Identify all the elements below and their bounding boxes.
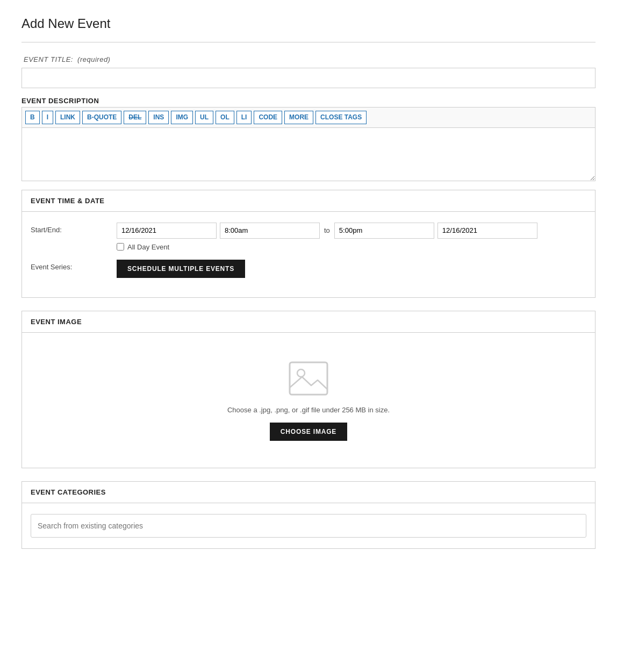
schedule-multiple-events-button[interactable]: SCHEDULE MULTIPLE EVENTS: [117, 260, 245, 278]
event-description-section: EVENT DESCRIPTION B I LINK B-QUOTE DEL I…: [21, 97, 596, 181]
image-hint-text: Choose a .jpg, .png, or .gif file under …: [227, 406, 390, 414]
toolbar-btn-ins[interactable]: INS: [148, 111, 169, 124]
toolbar-btn-del[interactable]: DEL: [124, 111, 146, 124]
event-time-date-body: Start/End: to All Day Event Event Series…: [22, 212, 595, 297]
toolbar-btn-img[interactable]: IMG: [171, 111, 193, 124]
event-title-label: EVENT TITLE: (required): [21, 55, 596, 63]
toolbar-btn-b-quote[interactable]: B-QUOTE: [82, 111, 121, 124]
start-time-input[interactable]: [220, 223, 320, 239]
choose-image-button[interactable]: CHOOSE IMAGE: [270, 423, 347, 441]
event-time-date-header: EVENT TIME & DATE: [22, 190, 595, 212]
all-day-checkbox[interactable]: [117, 243, 124, 251]
event-categories-body: [22, 503, 595, 548]
toolbar-btn-ol[interactable]: OL: [216, 111, 234, 124]
event-series-row: Event Series: SCHEDULE MULTIPLE EVENTS: [31, 260, 586, 278]
toolbar-btn-more[interactable]: MORE: [284, 111, 313, 124]
date-time-row: to: [117, 223, 586, 239]
all-day-row: All Day Event: [117, 243, 586, 251]
image-upload-area: Choose a .jpg, .png, or .gif file under …: [31, 344, 586, 457]
start-end-label: Start/End:: [31, 223, 117, 234]
all-day-label: All Day Event: [127, 243, 169, 251]
toolbar-btn-link[interactable]: LINK: [55, 111, 80, 124]
toolbar-btn-code[interactable]: CODE: [254, 111, 282, 124]
toolbar-btn-li[interactable]: LI: [236, 111, 252, 124]
event-time-date-section: EVENT TIME & DATE Start/End: to All Day …: [21, 190, 596, 298]
page-title: Add New Event: [21, 16, 596, 31]
event-image-title: EVENT IMAGE: [31, 318, 586, 326]
event-title-input[interactable]: [21, 68, 596, 88]
toolbar-btn-b[interactable]: B: [25, 111, 40, 124]
event-title-section: EVENT TITLE: (required): [21, 55, 596, 88]
event-description-label: EVENT DESCRIPTION: [21, 97, 596, 105]
divider: [21, 42, 596, 42]
svg-rect-0: [290, 362, 327, 395]
toolbar-btn-ul[interactable]: UL: [195, 111, 213, 124]
start-end-content: to All Day Event: [117, 223, 586, 251]
description-toolbar: B I LINK B-QUOTE DEL INS IMG UL OL LI CO…: [21, 107, 596, 127]
end-date-input[interactable]: [437, 223, 537, 239]
event-categories-header: EVENT CATEGORIES: [22, 482, 595, 503]
end-time-input[interactable]: [334, 223, 434, 239]
categories-search-input[interactable]: [31, 514, 586, 538]
event-series-label: Event Series:: [31, 260, 117, 271]
event-image-header: EVENT IMAGE: [22, 311, 595, 333]
toolbar-btn-close-tags[interactable]: CLOSE TAGS: [315, 111, 367, 124]
event-image-section: EVENT IMAGE Choose a .jpg, .png, or .gif…: [21, 311, 596, 468]
start-date-input[interactable]: [117, 223, 217, 239]
description-textarea[interactable]: [21, 127, 596, 181]
event-categories-title: EVENT CATEGORIES: [31, 488, 586, 496]
event-series-content: SCHEDULE MULTIPLE EVENTS: [117, 260, 586, 278]
svg-point-1: [297, 369, 305, 377]
start-end-row: Start/End: to All Day Event: [31, 223, 586, 251]
to-text: to: [323, 226, 331, 234]
image-placeholder-icon: [287, 360, 330, 397]
event-categories-section: EVENT CATEGORIES: [21, 481, 596, 549]
event-image-body: Choose a .jpg, .png, or .gif file under …: [22, 333, 595, 468]
toolbar-btn-i[interactable]: I: [42, 111, 53, 124]
event-time-date-title: EVENT TIME & DATE: [31, 197, 586, 205]
